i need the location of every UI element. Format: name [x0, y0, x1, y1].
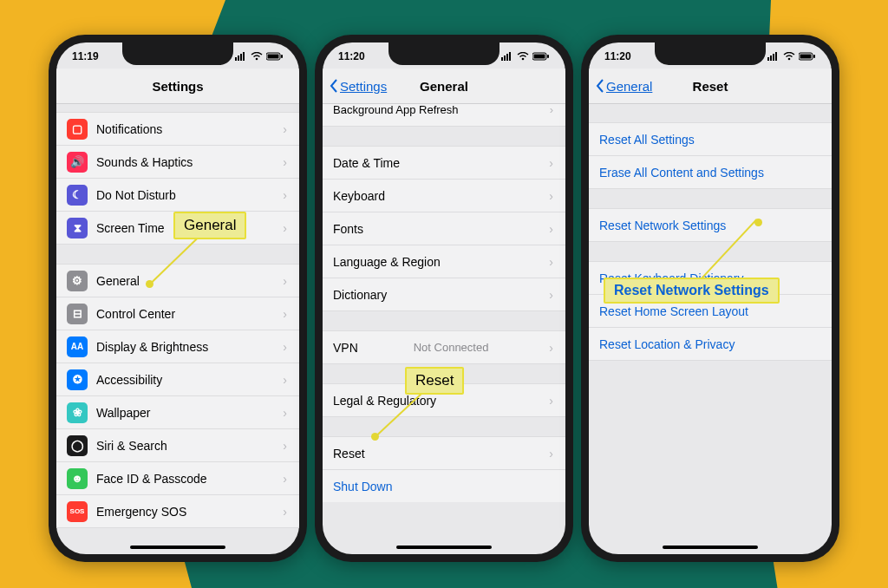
row-label: Emergency SOS — [96, 505, 186, 519]
svg-rect-0 — [235, 57, 237, 61]
chevron-right-icon: › — [549, 189, 553, 203]
page-title: Settings — [152, 79, 203, 94]
accessibility-icon: ✪ — [67, 369, 88, 390]
siri-icon: ◯ — [67, 435, 88, 456]
row-label: Face ID & Passcode — [96, 472, 207, 486]
chevron-right-icon: › — [549, 394, 553, 408]
home-indicator[interactable] — [663, 546, 758, 549]
svg-point-4 — [256, 58, 258, 61]
svg-rect-14 — [534, 55, 545, 59]
back-button[interactable]: Settings — [330, 79, 387, 94]
row-display[interactable]: AADisplay & Brightness› — [56, 330, 299, 363]
row-date-time[interactable]: Date & Time› — [323, 146, 565, 180]
row-erase-all[interactable]: Erase All Content and Settings — [589, 156, 832, 189]
phone-general: 11:20 Settings General Background App Re… — [315, 35, 573, 562]
chevron-right-icon: › — [283, 373, 287, 387]
battery-icon — [266, 52, 284, 61]
navbar: Settings — [56, 69, 299, 104]
callout-dot — [146, 280, 153, 288]
notifications-icon: ▢ — [67, 119, 88, 140]
chevron-right-icon: › — [549, 156, 553, 170]
row-general[interactable]: ⚙General› — [56, 264, 299, 297]
row-dictionary[interactable]: Dictionary› — [323, 278, 565, 311]
chevron-right-icon: › — [283, 439, 287, 453]
row-label: Shut Down — [333, 480, 392, 493]
signal-icon — [767, 52, 780, 61]
battery-icon — [799, 52, 816, 61]
row-background-refresh[interactable]: Background App Refresh› — [323, 103, 565, 127]
back-button[interactable]: General — [596, 79, 652, 94]
callout-reset-network: Reset Network Settings — [604, 278, 780, 304]
row-reset-network[interactable]: Reset Network Settings — [589, 208, 832, 242]
chevron-right-icon: › — [283, 406, 287, 420]
svg-point-20 — [788, 58, 791, 61]
row-sos[interactable]: SOSEmergency SOS› — [56, 495, 299, 528]
row-sounds[interactable]: 🔊Sounds & Haptics› — [56, 146, 299, 179]
row-fonts[interactable]: Fonts› — [323, 212, 565, 245]
row-shut-down[interactable]: Shut Down — [323, 470, 565, 502]
display-icon: AA — [67, 336, 88, 357]
device-notch — [122, 42, 233, 65]
chevron-right-icon: › — [549, 222, 553, 236]
svg-rect-19 — [775, 52, 777, 61]
row-vpn[interactable]: VPNNot Connected› — [323, 330, 565, 364]
svg-rect-18 — [773, 54, 774, 61]
wifi-icon — [251, 52, 263, 61]
svg-rect-10 — [506, 54, 508, 61]
battery-icon — [532, 52, 550, 61]
chevron-right-icon: › — [283, 188, 287, 202]
chevron-right-icon: › — [283, 472, 287, 486]
svg-rect-8 — [501, 57, 503, 61]
svg-rect-1 — [238, 56, 239, 61]
row-label: Screen Time — [96, 221, 165, 235]
row-reset[interactable]: Reset› — [323, 436, 565, 470]
row-siri[interactable]: ◯Siri & Search› — [56, 429, 299, 462]
row-faceid[interactable]: ☻Face ID & Passcode› — [56, 462, 299, 495]
chevron-right-icon: › — [283, 221, 287, 235]
chevron-right-icon: › — [283, 340, 287, 354]
row-label: Do Not Disturb — [96, 188, 176, 202]
row-label: Language & Region — [333, 255, 441, 269]
row-label: Accessibility — [96, 373, 162, 387]
row-reset-all[interactable]: Reset All Settings — [589, 122, 832, 156]
moon-icon: ☾ — [67, 185, 88, 206]
home-indicator[interactable] — [396, 546, 492, 549]
chevron-right-icon: › — [549, 288, 553, 302]
hourglass-icon: ⧗ — [67, 218, 88, 238]
row-notifications[interactable]: ▢Notifications› — [56, 112, 299, 146]
home-indicator[interactable] — [130, 546, 225, 549]
row-keyboard[interactable]: Keyboard› — [323, 180, 565, 212]
general-list[interactable]: Background App Refresh› Date & Time› Key… — [323, 103, 565, 549]
back-label: General — [606, 79, 652, 94]
back-label: Settings — [340, 79, 387, 94]
callout-general: General — [173, 212, 246, 239]
reset-list[interactable]: Reset All Settings Erase All Content and… — [589, 103, 832, 549]
row-label: Wallpaper — [96, 406, 151, 420]
wifi-icon — [783, 52, 795, 61]
chevron-right-icon: › — [283, 155, 287, 169]
status-time: 11:20 — [604, 50, 631, 62]
row-accessibility[interactable]: ✪Accessibility› — [56, 363, 299, 396]
svg-rect-9 — [504, 56, 506, 61]
svg-rect-15 — [547, 55, 549, 58]
row-label: Sounds & Haptics — [96, 155, 193, 169]
row-label: Reset All Settings — [599, 133, 695, 147]
row-label: VPN — [333, 341, 358, 355]
settings-list[interactable]: ▢Notifications› 🔊Sounds & Haptics› ☾Do N… — [56, 103, 299, 549]
svg-rect-16 — [767, 57, 769, 61]
row-dnd[interactable]: ☾Do Not Disturb› — [56, 179, 299, 212]
row-label: Background App Refresh — [333, 103, 459, 116]
row-wallpaper[interactable]: ❀Wallpaper› — [56, 396, 299, 429]
row-language[interactable]: Language & Region› — [323, 245, 565, 278]
row-control-center[interactable]: ⊟Control Center› — [56, 297, 299, 330]
row-label: Reset — [333, 447, 365, 461]
row-label: Display & Brightness — [96, 340, 208, 354]
callout-dot — [754, 219, 762, 226]
gear-icon: ⚙ — [67, 271, 88, 291]
device-notch — [655, 42, 766, 65]
row-label: Siri & Search — [96, 439, 167, 453]
row-reset-location[interactable]: Reset Location & Privacy — [589, 328, 832, 361]
svg-rect-11 — [509, 52, 511, 61]
callout-reset: Reset — [405, 367, 464, 395]
navbar: Settings General — [323, 69, 565, 104]
